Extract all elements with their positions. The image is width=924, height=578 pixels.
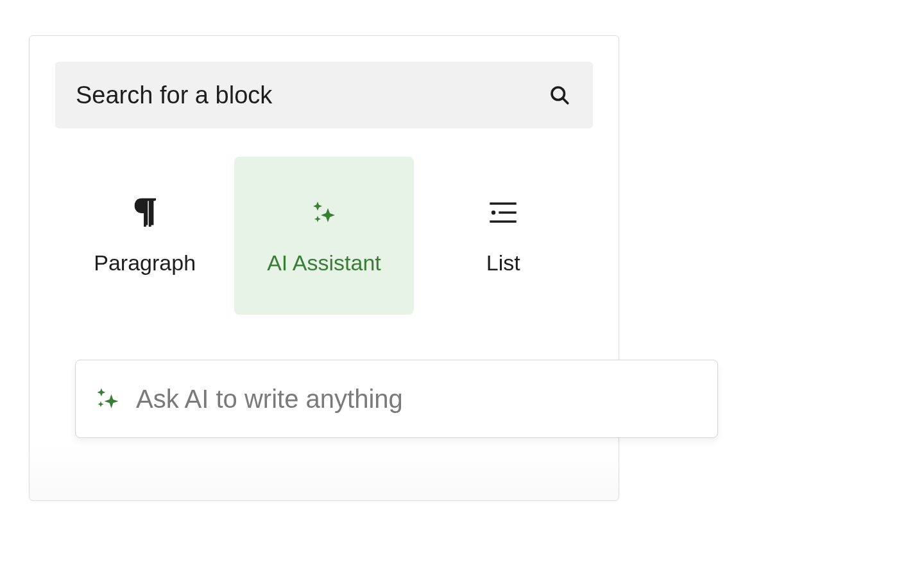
block-tile-list[interactable]: List xyxy=(414,157,593,315)
paragraph-icon xyxy=(130,197,160,227)
sparkles-icon xyxy=(309,197,339,227)
block-tile-paragraph[interactable]: Paragraph xyxy=(55,157,234,315)
block-label: AI Assistant xyxy=(267,250,381,276)
block-tile-ai-assistant[interactable]: AI Assistant xyxy=(234,157,413,315)
search-input[interactable] xyxy=(76,82,547,109)
search-icon xyxy=(547,82,572,108)
sparkles-icon xyxy=(94,385,122,413)
block-label: Paragraph xyxy=(94,250,196,276)
block-grid: Paragraph AI Assistant Li xyxy=(55,157,593,315)
block-label: List xyxy=(486,250,520,276)
svg-line-1 xyxy=(563,98,568,103)
ai-prompt-bar[interactable] xyxy=(75,360,718,438)
list-icon xyxy=(488,197,518,227)
svg-point-3 xyxy=(492,210,495,214)
ai-prompt-input[interactable] xyxy=(136,385,699,414)
search-bar[interactable] xyxy=(55,62,593,128)
